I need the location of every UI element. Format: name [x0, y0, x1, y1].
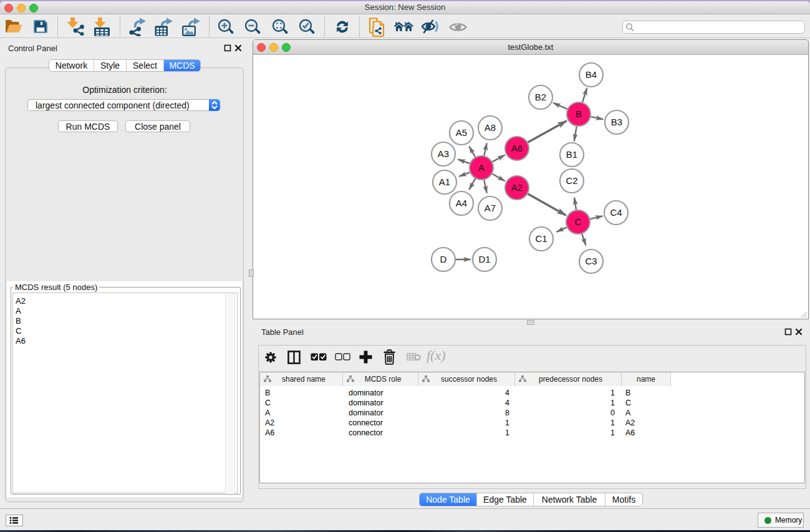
svg-text:B4: B4	[586, 69, 597, 80]
svg-text:A4: A4	[456, 198, 467, 208]
svg-text:B2: B2	[535, 92, 546, 102]
svg-text:C: C	[575, 216, 582, 227]
svg-text:A1: A1	[439, 177, 450, 187]
svg-text:A: A	[478, 162, 485, 173]
svg-text:A8: A8	[485, 122, 496, 133]
svg-text:B3: B3	[611, 117, 622, 127]
svg-text:A2: A2	[511, 182, 523, 193]
svg-text:A3: A3	[438, 148, 449, 159]
svg-text:A7: A7	[485, 203, 496, 213]
svg-text:D: D	[440, 254, 447, 264]
svg-text:C4: C4	[610, 207, 622, 218]
svg-text:C1: C1	[535, 233, 547, 244]
svg-text:B: B	[576, 109, 582, 119]
svg-text:A6: A6	[511, 143, 523, 153]
svg-text:B1: B1	[566, 149, 577, 160]
svg-text:D1: D1	[478, 254, 490, 264]
svg-text:A5: A5	[456, 127, 467, 138]
svg-text:C2: C2	[566, 175, 577, 186]
svg-text:C3: C3	[585, 256, 597, 266]
